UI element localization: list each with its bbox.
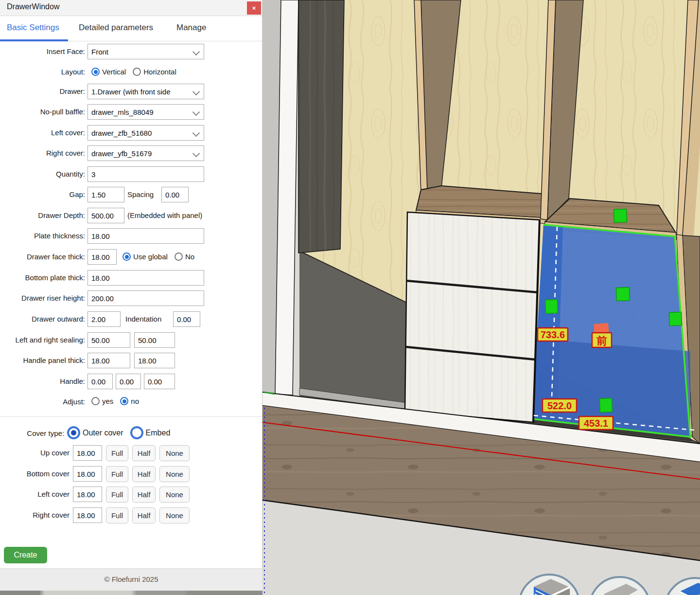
right-sealing-field[interactable]: 50.00 [134,332,175,348]
create-button[interactable]: Create [4,547,47,563]
close-icon[interactable]: × [247,1,261,15]
left-right-sealing-label: Left and right sealing: [0,332,85,348]
bottom-cover-field[interactable]: 18.00 [73,466,102,482]
chevron-down-icon [192,129,200,137]
adjust-label: Adjust: [0,394,85,410]
svg-text:前: 前 [596,335,607,347]
drawer-settings-panel: DrawerWindow × Basic Settings Detailed p… [0,0,262,595]
green-marker-icon[interactable] [616,288,630,301]
bottom-cover-full-button[interactable]: Full [106,466,128,482]
chevron-down-icon [192,150,200,158]
adjust-no-radio[interactable] [120,397,128,405]
drawer-stack[interactable] [405,212,540,422]
left-cover-half-button[interactable]: Half [132,487,156,503]
bottom-cover-none-button[interactable]: None [159,466,190,482]
drawer-riser-height-field[interactable]: 200.00 [88,290,204,306]
measurement-label-height: 733.6 [538,328,568,341]
green-marker-icon[interactable] [600,398,612,413]
up-cover-half-button[interactable]: Half [132,445,156,461]
tab-basic-settings[interactable]: Basic Settings [7,16,59,39]
left-cover-field[interactable]: 18.00 [73,487,102,502]
drawer-depth-field[interactable]: 500.00 [88,208,124,223]
svg-text:453.1: 453.1 [584,418,608,429]
up-cover-label: Up cover [0,445,70,461]
up-cover-none-button[interactable]: None [159,445,190,461]
no-pull-baffle-select[interactable]: drawer_mls_88049 [88,104,204,120]
measurement-label-width: 453.1 [579,416,613,430]
left-cover-label: Left cover [0,487,70,502]
bottom-plate-thick-field[interactable]: 18.00 [88,270,204,286]
layout-horizontal-radio[interactable] [133,68,141,76]
bottom-cover-half-button[interactable]: Half [132,466,156,482]
bottom-cover-label: Bottom cover [0,466,70,482]
section-divider [0,416,262,417]
layout-vertical-radio[interactable] [91,68,100,76]
3d-viewport[interactable]: 733.6 前 522.0 453.1 [262,0,700,595]
gap-field[interactable]: 1.50 [88,187,124,202]
chevron-down-icon [192,88,200,96]
green-marker-icon[interactable] [614,209,627,223]
dark-side-panel[interactable] [298,0,344,253]
drawer-outward-field[interactable]: 2.00 [88,311,121,327]
spacing-field[interactable]: 0.00 [161,187,189,202]
outer-cover-radio[interactable] [67,426,80,439]
tab-bar: Basic Settings Detailed parameters Manag… [0,16,262,41]
drawer-riser-height-label: Drawer riser height: [0,290,85,306]
right-cover-select-label: Right cover: [0,145,85,161]
quantity-field[interactable]: 3 [88,166,204,182]
green-marker-icon[interactable] [669,312,682,326]
layout-radio-group: VerticalHorizontal [91,67,183,76]
sketchup-scene[interactable]: 733.6 前 522.0 453.1 [262,0,700,595]
use-global-radio[interactable] [122,252,131,261]
right-cover-full-button[interactable]: Full [106,507,128,523]
right-cover-label: Right cover [0,507,70,523]
plate-thickness-label: Plate thickness: [0,228,85,244]
handle-field-3[interactable]: 0.00 [144,374,175,389]
adjust-radio-group: yesno [91,397,146,405]
adjust-yes-radio[interactable] [91,397,100,405]
green-marker-icon[interactable] [545,300,558,314]
window-title: DrawerWindow [7,2,59,11]
spacing-label: Spacing [127,187,154,202]
footer: © Floefurni 2025 [0,568,262,591]
app-window: DrawerWindow × Basic Settings Detailed p… [0,0,700,595]
handle-panel-thick-field-2[interactable]: 18.00 [134,353,175,368]
embed-radio[interactable] [130,426,143,439]
quantity-label: Quantity: [0,166,85,182]
title-bar: DrawerWindow × [0,0,262,16]
drawer-depth-label: Drawer Depth: [0,208,85,223]
front-marker-label: 前 [592,333,612,347]
right-cover-half-button[interactable]: Half [132,507,156,523]
left-cover-select[interactable]: drawer_zfb_51680 [88,125,204,141]
svg-text:733.6: 733.6 [541,329,565,340]
handle-field-1[interactable]: 0.00 [88,374,113,389]
chevron-down-icon [192,108,200,116]
handle-label: Handle: [0,374,85,389]
tab-detailed-parameters[interactable]: Detailed parameters [79,16,153,39]
handle-field-2[interactable]: 0.00 [116,374,141,389]
left-sealing-field[interactable]: 50.00 [88,332,130,348]
drawer-face-thick-field[interactable]: 18.00 [88,249,117,265]
no-global-radio[interactable] [175,252,183,261]
copyright-text: © Floefurni 2025 [104,575,158,583]
cover-type-label: Cover type: [0,426,64,441]
right-cover-select[interactable]: drawer_yfb_51679 [88,145,204,161]
svg-text:522.0: 522.0 [547,400,572,411]
indentation-field[interactable]: 0.00 [173,311,200,327]
plate-thickness-field[interactable]: 18.00 [88,228,204,244]
gap-label: Gap: [0,187,85,202]
left-cover-full-button[interactable]: Full [106,487,128,503]
handle-panel-thick-label: Handle panel thick: [0,353,85,368]
right-cover-none-button[interactable]: None [159,507,190,523]
drawer-select[interactable]: 1.Drawer (with front side [88,84,204,99]
insert-face-select[interactable]: Front [88,44,204,59]
right-cover-field[interactable]: 18.00 [73,507,102,523]
up-cover-field[interactable]: 18.00 [73,445,102,461]
handle-panel-thick-field-1[interactable]: 18.00 [88,353,130,368]
measurement-label-depth: 522.0 [542,399,577,412]
cover-type-radio-group: Outer coverEmbed [67,426,177,439]
tab-manage[interactable]: Manage [176,16,206,39]
no-pull-baffle-label: No-pull baffle: [0,104,85,120]
up-cover-full-button[interactable]: Full [106,445,128,461]
left-cover-none-button[interactable]: None [159,487,190,503]
